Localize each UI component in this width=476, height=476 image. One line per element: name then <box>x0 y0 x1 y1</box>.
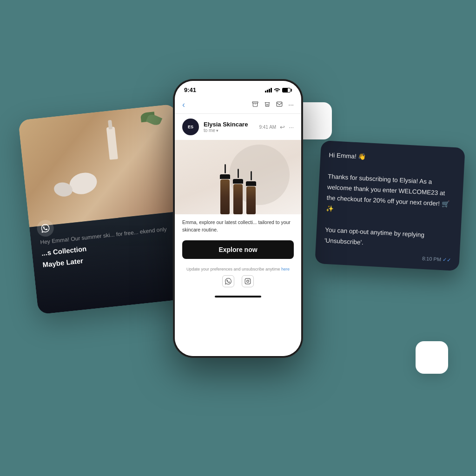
email-nav-bar: ‹ <box>175 96 301 114</box>
wifi-icon <box>274 87 280 93</box>
serum-bottles-image <box>220 164 256 214</box>
sender-avatar: ES <box>182 119 199 135</box>
svg-point-0 <box>277 92 278 92</box>
email-content: Emma, explore our latest collecti... tai… <box>175 140 301 356</box>
email-body-text: Emma, explore our latest collecti... tai… <box>175 214 301 237</box>
email-header-actions: 9:41 AM ↩ ··· <box>259 124 294 131</box>
status-icons <box>265 87 292 93</box>
phone-home-bar <box>175 291 301 302</box>
back-button[interactable]: ‹ <box>182 100 185 110</box>
mail-icon[interactable] <box>276 101 283 109</box>
reply-icon[interactable]: ↩ <box>280 124 285 131</box>
archive-icon[interactable] <box>252 101 258 109</box>
explore-now-button[interactable]: Explore now <box>182 240 294 259</box>
phone-body: 9:41 <box>173 79 303 358</box>
whatsapp-social-icon[interactable] <box>222 275 234 287</box>
svg-point-4 <box>247 280 249 283</box>
phone-screen: 9:41 <box>175 81 301 356</box>
sms-greeting: Hi Emma! 👋 <box>329 150 456 167</box>
more-icon[interactable]: ··· <box>288 101 294 109</box>
skincare-card-image <box>18 104 186 227</box>
unsubscribe-link[interactable]: here <box>281 267 290 271</box>
scene: Hey Emma! Our summer ski... for free... … <box>0 0 476 476</box>
status-time: 9:41 <box>184 86 196 93</box>
sms-message-card: Hi Emma! 👋 Thanks for subscribing to Ely… <box>315 140 465 271</box>
sender-name: Elysia Skincare <box>204 121 254 128</box>
svg-point-5 <box>249 279 250 280</box>
instagram-social-icon[interactable] <box>242 275 254 287</box>
email-more-icon[interactable]: ··· <box>289 124 294 131</box>
sms-timestamp: 8:10 PM ✓✓ <box>324 251 451 263</box>
svg-rect-1 <box>252 102 258 103</box>
signal-bars-icon <box>265 88 272 93</box>
dropdown-arrow-icon: ▾ <box>216 128 218 133</box>
sms-delivered-icon: ✓✓ <box>443 257 451 263</box>
social-icons-row <box>182 275 294 287</box>
email-header: ES Elysia Skincare to me ▾ 9:41 AM ↩ ··· <box>175 114 301 140</box>
email-footer: Update your preferences and unsubscribe … <box>175 263 301 291</box>
sms-body-text: Hi Emma! 👋 Thanks for subscribing to Ely… <box>324 150 456 252</box>
status-bar: 9:41 <box>175 81 301 96</box>
svg-rect-3 <box>245 278 251 284</box>
email-banner-image <box>175 140 301 214</box>
serum-bottle-1 <box>220 164 230 214</box>
floating-card-bottom-right <box>416 341 448 374</box>
sender-info: Elysia Skincare to me ▾ <box>204 121 254 133</box>
sms-message-content: Thanks for subscribing to Elysia! As a w… <box>326 172 455 221</box>
serum-bottle-3 <box>246 171 256 214</box>
phone-mockup: 9:41 <box>173 79 303 358</box>
home-bar-indicator <box>215 296 261 298</box>
delete-icon[interactable] <box>264 101 271 109</box>
svg-rect-2 <box>277 102 282 106</box>
serum-bottle-2 <box>233 169 243 214</box>
skincare-push-card: Hey Emma! Our summer ski... for free... … <box>18 104 196 314</box>
email-body-paragraph: Emma, explore our latest collecti... tai… <box>182 219 294 234</box>
email-footer-text: Update your preferences and unsubscribe … <box>182 266 294 273</box>
sms-opt-out-text: You can opt-out anytime by replying 'Uns… <box>324 225 452 252</box>
skincare-card-text: Hey Emma! Our summer ski... for free... … <box>29 211 196 315</box>
battery-icon <box>282 88 292 93</box>
email-nav-icons: ··· <box>252 101 294 109</box>
email-time: 9:41 AM <box>259 125 276 130</box>
email-to-me: to me ▾ <box>204 128 254 133</box>
